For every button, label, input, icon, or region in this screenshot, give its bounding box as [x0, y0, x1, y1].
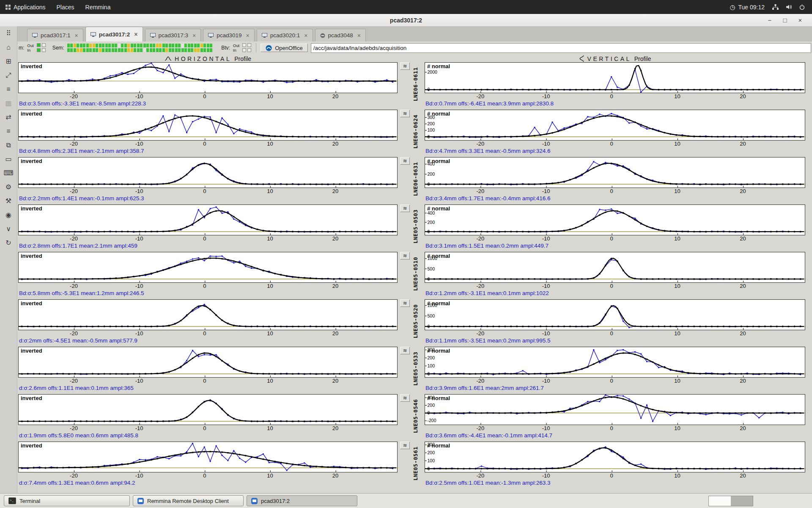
minimize-button[interactable]: −	[762, 14, 777, 26]
device-strip: ≋LNE05-0503	[400, 204, 424, 249]
volume-icon[interactable]	[785, 4, 793, 10]
fit-stats: Bd:σ:3.4mm offs:1.7E1 mean:-0.4mm ampl:4…	[425, 195, 805, 202]
keyboard-icon[interactable]: ⌨	[3, 168, 14, 178]
workspace-2[interactable]	[731, 496, 753, 506]
semaphore-cell	[169, 44, 171, 47]
profile-options-button[interactable]: ≋	[400, 62, 410, 70]
vertical-profile-plot: # normal3002001000	[425, 442, 805, 472]
device-label: LNE05-0510	[411, 252, 420, 296]
plot-legend: inverted	[21, 348, 42, 354]
close-button[interactable]: ×	[793, 14, 808, 26]
tab-close-icon[interactable]: ×	[304, 32, 307, 39]
horizontal-header-rest: Profile	[234, 55, 251, 62]
semaphore-cell	[175, 44, 178, 47]
remmina-toolbar: ⠿⌂⊞⤢≡▦⇄≡⧉▭⌨⚙⚒◉∨↻	[0, 26, 17, 494]
network-status-icon[interactable]	[772, 4, 779, 10]
app-toolbar: m: Out In Sem: Btv: Out In OpenOffice /a…	[17, 41, 812, 55]
svg-text:500: 500	[428, 313, 435, 318]
tab-close-icon[interactable]: ×	[246, 32, 250, 39]
profile-options-button[interactable]: ≋	[400, 347, 410, 354]
mini-checkbox[interactable]	[247, 48, 251, 52]
svg-text:200: 200	[428, 220, 435, 225]
options-menu-icon[interactable]: ≡	[3, 126, 14, 136]
x-tick-label: 0	[198, 93, 212, 99]
tab-pcad3019[interactable]: pcad3019×	[203, 29, 255, 41]
semaphore-cell	[108, 48, 111, 52]
profile-curve: 20000	[425, 63, 806, 93]
clock-menu[interactable]: ◷ Tue 09:12	[729, 3, 765, 11]
maximize-button[interactable]: □	[777, 14, 793, 26]
in-label: In	[27, 48, 33, 52]
x-tick-label: 10	[263, 141, 277, 147]
dynamic-resolution-icon[interactable]: ⊞	[3, 56, 14, 66]
acquisition-path-field[interactable]: /acc/java/data/lna/adebds/acquisition	[311, 43, 811, 53]
mini-checkbox[interactable]	[242, 43, 246, 47]
profile-options-button[interactable]: ≋	[400, 299, 410, 307]
semaphore-cell	[159, 44, 162, 47]
tab-pcad3017:3[interactable]: pcad3017:3×	[145, 29, 201, 41]
semaphore-cell	[191, 48, 193, 52]
tab-close-icon[interactable]: ×	[134, 31, 137, 38]
tab-pcad3017:1[interactable]: pcad3017:1×	[27, 29, 83, 41]
grip-handle-icon[interactable]: ⠿	[3, 28, 14, 38]
svg-text:200: 200	[428, 171, 435, 177]
tab-close-icon[interactable]: ×	[192, 32, 196, 39]
clipboard-icon[interactable]: ⧉	[3, 140, 14, 150]
device-label: LNE06-0624	[411, 110, 420, 154]
device-strip: ≋LNE05-0510	[400, 252, 424, 297]
semaphore-cell	[153, 48, 155, 52]
fullscreen-icon[interactable]: ⤢	[3, 70, 14, 80]
remmina-menu[interactable]: Remmina	[80, 0, 116, 14]
mini-checkbox[interactable]	[37, 48, 41, 52]
menu-icon[interactable]: ≡	[3, 84, 14, 94]
tab-pcad3048[interactable]: pcad3048×	[315, 29, 366, 41]
x-tick-label: 0	[604, 235, 619, 242]
tab-pcad3017:2[interactable]: pcad3017:2×	[85, 27, 143, 41]
applications-menu[interactable]: Applications	[0, 0, 51, 14]
taskbar-item-terminal[interactable]: >_Terminal	[4, 495, 130, 506]
mini-checkbox[interactable]	[247, 43, 251, 47]
mini-checkbox[interactable]	[42, 48, 46, 52]
horizontal-profile-plot: inverted	[18, 299, 398, 330]
applications-menu-label: Applications	[14, 4, 46, 11]
taskbar-item-remmina-remote-desktop-client[interactable]: Remmina Remote Desktop Client	[133, 495, 244, 506]
x-tick-label: 10	[263, 235, 277, 242]
collapse-icon[interactable]: ∨	[3, 224, 14, 234]
tools-icon[interactable]: ⚒	[3, 196, 14, 206]
mini-checkbox[interactable]	[37, 43, 41, 47]
x-tick-label: 0	[198, 378, 212, 384]
profile-options-button[interactable]: ≋	[400, 110, 410, 117]
window-icon[interactable]: ▭	[3, 154, 14, 164]
screenshot-icon[interactable]: ◉	[3, 210, 14, 220]
x-axis-ticks: -20-1001020	[18, 378, 398, 384]
semaphore-cell	[74, 48, 76, 52]
scale-icon[interactable]: ⇄	[3, 112, 14, 122]
power-icon[interactable]	[799, 4, 805, 10]
x-axis-ticks: -20-1001020	[425, 93, 805, 100]
x-tick-label: 10	[670, 188, 684, 194]
profile-options-button[interactable]: ≋	[400, 204, 410, 212]
profile-options-button[interactable]: ≋	[400, 157, 410, 165]
profile-options-button[interactable]: ≋	[400, 252, 410, 260]
workspace-1[interactable]	[709, 496, 731, 506]
profile-options-button[interactable]: ≋	[400, 394, 410, 402]
places-menu[interactable]: Places	[51, 0, 80, 14]
profile-options-button[interactable]: ≋	[400, 442, 410, 449]
keyboard-grab-icon[interactable]: ▦	[3, 98, 14, 108]
taskbar-item-pcad3017-2[interactable]: pcad3017:2	[247, 495, 357, 506]
semaphore-cell	[194, 44, 197, 47]
settings-gear-icon[interactable]: ⚙	[3, 182, 14, 192]
tab-pcad3020:1[interactable]: pcad3020:1×	[257, 29, 313, 41]
tab-close-icon[interactable]: ×	[357, 32, 361, 39]
disconnect-icon[interactable]: ↻	[3, 238, 14, 248]
mini-checkbox[interactable]	[42, 43, 46, 47]
semaphore-cell	[83, 44, 85, 47]
fit-stats: Bd:σ:0.7mm offs:-6.4E1 mean:3.9mm ampl:2…	[425, 100, 805, 108]
x-axis-ticks: -20-1001020	[18, 93, 398, 100]
x-tick-label: 0	[604, 378, 619, 384]
openoffice-button[interactable]: OpenOffice	[261, 44, 308, 52]
mini-checkbox[interactable]	[242, 48, 246, 52]
home-monitor-icon[interactable]: ⌂	[3, 42, 14, 52]
openoffice-icon	[266, 45, 272, 51]
tab-close-icon[interactable]: ×	[75, 32, 78, 39]
